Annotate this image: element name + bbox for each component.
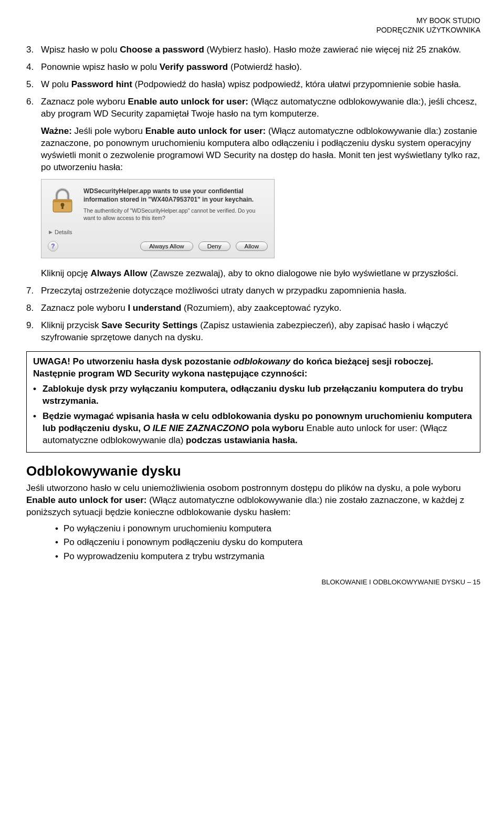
step-number: 7. xyxy=(26,285,41,297)
step-number: 3. xyxy=(26,44,41,56)
step-number: 6. xyxy=(26,96,41,120)
bullet-icon: • xyxy=(55,551,64,563)
header-line1: MY BOOK STUDIO xyxy=(26,16,480,25)
text-bold: Choose a password xyxy=(120,45,204,55)
page-header: MY BOOK STUDIO PODRĘCZNIK UŻYTKOWNIKA xyxy=(26,16,480,35)
text-bold: Save Security Settings xyxy=(101,320,197,330)
step-4: 4. Ponownie wpisz hasło w polu Verify pa… xyxy=(26,61,480,74)
svg-rect-3 xyxy=(61,205,63,209)
dialog-top: WDSecurityHelper.app wants to use your c… xyxy=(41,180,274,226)
text: Zaznacz pole wyboru xyxy=(41,97,128,107)
text: Jeśli pole wyboru xyxy=(72,126,145,136)
warning-box: UWAGA! Po utworzeniu hasła dysk pozostan… xyxy=(26,351,480,453)
text: Wpisz hasło w polu xyxy=(41,45,120,55)
step-9: 9. Kliknij przycisk Save Security Settin… xyxy=(26,320,480,344)
text-bold: I understand xyxy=(128,303,181,313)
step-body: Ponownie wpisz hasło w polu Verify passw… xyxy=(41,61,480,74)
text: (Potwierdź hasło). xyxy=(228,62,302,72)
step-number: 9. xyxy=(26,320,41,344)
lock-icon xyxy=(49,187,76,214)
text-bold: Always Allow xyxy=(91,268,148,278)
text-bold: Enable auto unlock for user: xyxy=(26,495,147,505)
text: (Wybierz hasło). Hasło może zawierać nie… xyxy=(204,45,461,55)
step-body: Zaznacz pole wyboru I understand (Rozumi… xyxy=(41,302,480,314)
dialog-button-row: ? Always Allow Deny Allow xyxy=(41,238,274,258)
step-body: Zaznacz pole wyboru Enable auto unlock f… xyxy=(41,96,480,120)
warning-bullet-2: • Będzie wymagać wpisania hasła w celu o… xyxy=(33,411,474,447)
header-line2: PODRĘCZNIK UŻYTKOWNIKA xyxy=(26,25,480,35)
deny-button[interactable]: Deny xyxy=(198,242,230,251)
section-intro: Jeśli utworzono hasło w celu uniemożliwi… xyxy=(26,483,480,519)
bullet-icon: • xyxy=(33,411,43,447)
text: (Rozumiem), aby zaakceptować ryzyko. xyxy=(181,303,341,313)
keychain-dialog: WDSecurityHelper.app wants to use your c… xyxy=(41,179,275,259)
warning-bullet-1: • Zablokuje dysk przy wyłączaniu kompute… xyxy=(33,383,474,407)
text-bold-italic: O ILE NIE ZAZNACZONO xyxy=(143,423,249,433)
step-number: 8. xyxy=(26,302,41,314)
dialog-message: WDSecurityHelper.app wants to use your c… xyxy=(83,187,266,222)
help-button[interactable]: ? xyxy=(48,241,58,251)
step-7: 7. Przeczytaj ostrzeżenie dotyczące możl… xyxy=(26,285,480,297)
list-item: •Po wyprowadzeniu komputera z trybu wstr… xyxy=(55,551,480,563)
text: Zaznacz pole wyboru xyxy=(41,303,128,313)
step-body: Kliknij przycisk Save Security Settings … xyxy=(41,320,480,344)
text-bold: UWAGA! Po utworzeniu hasła dysk pozostan… xyxy=(33,356,234,366)
warning-head: UWAGA! Po utworzeniu hasła dysk pozostan… xyxy=(33,356,474,380)
step-body: W polu Password hint (Podpowiedź do hasł… xyxy=(41,79,480,91)
list-item: •Po wyłączeniu i ponownym uruchomieniu k… xyxy=(55,523,480,535)
always-allow-button[interactable]: Always Allow xyxy=(140,242,193,251)
step-6: 6. Zaznacz pole wyboru Enable auto unloc… xyxy=(26,96,480,120)
text-bold: Enable auto unlock for user: xyxy=(128,97,248,107)
section-title-unlock: Odblokowywanie dysku xyxy=(26,462,480,480)
help-icon: ? xyxy=(51,242,55,250)
svg-rect-1 xyxy=(53,200,72,202)
text-bold: podczas ustawiania hasła. xyxy=(186,435,298,445)
important-note: Ważne: Jeśli pole wyboru Enable auto unl… xyxy=(41,125,480,174)
bullet-text: Zablokuje dysk przy wyłączaniu komputera… xyxy=(43,383,474,407)
text: Jeśli utworzono hasło w celu uniemożliwi… xyxy=(26,483,461,493)
unlock-situations-list: •Po wyłączeniu i ponownym uruchomieniu k… xyxy=(55,523,480,563)
text-bold-italic: odblokowany xyxy=(234,356,291,366)
step-8: 8. Zaznacz pole wyboru I understand (Roz… xyxy=(26,302,480,314)
text: W polu xyxy=(41,79,71,89)
step-3: 3. Wpisz hasło w polu Choose a password … xyxy=(26,44,480,56)
list-item: •Po odłączeniu i ponownym podłączeniu dy… xyxy=(55,537,480,549)
text: (Podpowiedź do hasła) wpisz podpowiedź, … xyxy=(132,79,461,89)
list-text: Po wyprowadzeniu komputera z trybu wstrz… xyxy=(64,551,265,563)
list-text: Po wyłączeniu i ponownym uruchomieniu ko… xyxy=(64,523,271,535)
details-label: Details xyxy=(55,228,72,236)
page-footer: BLOKOWANIE I ODBLOKOWYWANIE DYSKU – 15 xyxy=(26,578,480,587)
step-5: 5. W polu Password hint (Podpowiedź do h… xyxy=(26,79,480,91)
text: Ponownie wpisz hasło w polu xyxy=(41,62,160,72)
bullet-icon: • xyxy=(55,523,64,535)
text-bold: pola wyboru xyxy=(249,423,307,433)
step-body: Przeczytaj ostrzeżenie dotyczące możliwo… xyxy=(41,285,480,297)
text-bold: Password hint xyxy=(71,79,132,89)
step-body: Wpisz hasło w polu Choose a password (Wy… xyxy=(41,44,480,56)
after-dialog-text: Kliknij opcję Always Allow (Zawsze zezwa… xyxy=(41,268,480,280)
text: (Zawsze zezwalaj), aby to okno dialogowe… xyxy=(148,268,458,278)
text-bold: Enable auto unlock for user: xyxy=(145,126,266,136)
allow-button[interactable]: Allow xyxy=(236,242,268,251)
text: Kliknij przycisk xyxy=(41,320,101,330)
dialog-details-toggle[interactable]: ▶ Details xyxy=(41,226,274,238)
label-important: Ważne: xyxy=(41,126,72,136)
text: Kliknij opcję xyxy=(41,268,91,278)
step-number: 4. xyxy=(26,61,41,74)
bullet-icon: • xyxy=(55,537,64,549)
step-number: 5. xyxy=(26,79,41,91)
list-text: Po odłączeniu i ponownym podłączeniu dys… xyxy=(64,537,303,549)
bullet-icon: • xyxy=(33,383,43,407)
dialog-line2: The authenticity of "WDSecurityHelper.ap… xyxy=(83,207,266,222)
dialog-line1: WDSecurityHelper.app wants to use your c… xyxy=(83,187,266,204)
disclosure-triangle-icon: ▶ xyxy=(49,229,52,235)
bullet-text: Będzie wymagać wpisania hasła w celu odb… xyxy=(43,411,474,447)
text-bold: Verify password xyxy=(160,62,228,72)
